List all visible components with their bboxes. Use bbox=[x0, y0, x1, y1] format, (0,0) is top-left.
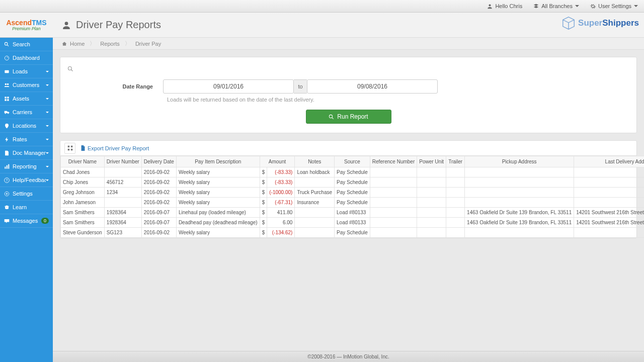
sidebar-item-customers[interactable]: Customers bbox=[0, 78, 53, 92]
branches-label: All Branches bbox=[541, 3, 573, 9]
table-cell: 1234 bbox=[104, 188, 141, 198]
table-cell bbox=[104, 198, 141, 208]
table-cell bbox=[295, 228, 335, 238]
col-header[interactable]: Reference Number bbox=[370, 156, 417, 167]
sidebar-item-dashboard[interactable]: Dashboard bbox=[0, 51, 53, 65]
table-row[interactable]: Chip Jones4567122016-09-02Weekly salary$… bbox=[61, 177, 645, 188]
table-cell: SG123 bbox=[104, 228, 141, 238]
table-cell bbox=[417, 218, 446, 228]
sidebar-item-carriers[interactable]: Carriers bbox=[0, 106, 53, 119]
sidebar-item-messages[interactable]: Messages0 bbox=[0, 214, 53, 228]
sidebar-item-reporting[interactable]: Reporting bbox=[0, 160, 53, 173]
table-row[interactable]: Sam Smithers19283642016-09-07Linehaul pa… bbox=[61, 208, 645, 218]
table-cell: John Jameson bbox=[61, 198, 105, 208]
sidebar-item-help-feedback[interactable]: ?Help/Feedback bbox=[0, 173, 53, 187]
footer: ©2008-2016 — InMotion Global, Inc. bbox=[53, 351, 644, 362]
table-cell: Weekly salary bbox=[176, 167, 260, 177]
table-cell: 1928364 bbox=[104, 218, 141, 228]
svg-rect-26 bbox=[70, 149, 72, 150]
table-cell: $ bbox=[260, 228, 267, 238]
col-header[interactable]: Driver Number bbox=[104, 156, 141, 167]
sidebar-item-locations[interactable]: Locations bbox=[0, 119, 53, 133]
sidebar-item-label: Doc Management bbox=[13, 150, 46, 156]
chevron-down-icon bbox=[46, 139, 49, 140]
crumb-home[interactable]: Home bbox=[70, 41, 85, 47]
svg-rect-9 bbox=[5, 99, 6, 101]
col-header[interactable]: Driver Name bbox=[61, 156, 105, 167]
sidebar-item-settings[interactable]: Settings bbox=[0, 187, 53, 201]
table-cell bbox=[417, 188, 446, 198]
export-link[interactable]: Export Driver Pay Report bbox=[80, 145, 149, 151]
table-cell: Weekly salary bbox=[176, 198, 260, 208]
table-cell bbox=[370, 177, 417, 188]
sidebar-item-label: Messages bbox=[13, 218, 41, 224]
sidebar-item-label: Settings bbox=[13, 191, 49, 197]
bolt-icon bbox=[4, 137, 10, 142]
sidebar-item-search[interactable]: Search bbox=[0, 38, 53, 51]
gear-icon bbox=[4, 191, 10, 197]
svg-point-19 bbox=[68, 67, 72, 70]
table-row[interactable]: Greg Johnson12342016-09-02Weekly salary$… bbox=[61, 188, 645, 198]
crumb-reports[interactable]: Reports bbox=[100, 41, 120, 47]
table-cell bbox=[417, 198, 446, 208]
chevron-down-icon bbox=[46, 71, 49, 72]
col-header[interactable]: Power Unit bbox=[417, 156, 446, 167]
date-from-input[interactable] bbox=[163, 79, 294, 94]
col-header[interactable]: Source bbox=[335, 156, 370, 167]
table-row[interactable]: Steve GundersonSG1232016-09-02Weekly sal… bbox=[61, 228, 645, 238]
svg-rect-24 bbox=[70, 146, 72, 147]
table-cell: $ bbox=[260, 208, 267, 218]
table-cell: 456712 bbox=[104, 177, 141, 188]
svg-line-22 bbox=[332, 117, 334, 119]
table-cell bbox=[574, 188, 644, 198]
logo-text-2: TMS bbox=[32, 19, 47, 27]
table-cell bbox=[446, 167, 465, 177]
table-cell: (-134.62) bbox=[267, 228, 295, 238]
table-cell: Linehaul pay (loaded mileage) bbox=[176, 208, 260, 218]
sidebar-item-learn[interactable]: Learn bbox=[0, 201, 53, 214]
table-cell: Weekly salary bbox=[176, 228, 260, 238]
col-header[interactable]: Amount bbox=[260, 156, 295, 167]
table-cell bbox=[417, 177, 446, 188]
sidebar-item-loads[interactable]: Loads bbox=[0, 65, 53, 78]
sidebar: AscendTMS Premium Plan SearchDashboardLo… bbox=[0, 13, 53, 362]
table-cell bbox=[295, 208, 335, 218]
col-header[interactable]: Pay Item Description bbox=[176, 156, 260, 167]
settings-menu[interactable]: User Settings bbox=[590, 3, 638, 9]
sidebar-item-label: Carriers bbox=[13, 109, 46, 115]
columns-button[interactable] bbox=[64, 143, 75, 154]
search-icon[interactable] bbox=[67, 66, 73, 72]
table-cell: $ bbox=[260, 218, 267, 228]
col-header[interactable]: Last Delivery Address bbox=[574, 156, 644, 167]
sidebar-item-assets[interactable]: Assets bbox=[0, 92, 53, 106]
table-cell bbox=[446, 208, 465, 218]
table-row[interactable]: Sam Smithers19283642016-09-07Deadhead pa… bbox=[61, 218, 645, 228]
sidebar-item-doc-management[interactable]: Doc Management bbox=[0, 146, 53, 160]
table-row[interactable]: John Jameson2016-09-02Weekly salary$(-67… bbox=[61, 198, 645, 208]
col-header[interactable]: Delivery Date bbox=[141, 156, 176, 167]
chevron-down-icon bbox=[46, 98, 49, 100]
col-header[interactable]: Notes bbox=[295, 156, 335, 167]
table-cell bbox=[446, 198, 465, 208]
table-cell: 2016-09-02 bbox=[141, 188, 176, 198]
export-label: Export Driver Pay Report bbox=[88, 145, 149, 151]
svg-rect-10 bbox=[7, 99, 9, 101]
run-report-button[interactable]: Run Report bbox=[306, 110, 391, 124]
table-cell: $ bbox=[260, 167, 267, 177]
col-header[interactable]: Pickup Address bbox=[465, 156, 574, 167]
filter-hint: Loads will be returned based on the date… bbox=[167, 97, 629, 103]
date-to-input[interactable] bbox=[307, 79, 438, 94]
svg-point-12 bbox=[8, 113, 9, 114]
chevron-down-icon bbox=[46, 112, 49, 113]
table-cell: $ bbox=[260, 188, 267, 198]
table-cell: Sam Smithers bbox=[61, 208, 105, 218]
table-cell: Chip Jones bbox=[61, 177, 105, 188]
table-cell bbox=[370, 167, 417, 177]
table-row[interactable]: Chad Jones2016-09-02Weekly salary$(-83.3… bbox=[61, 167, 645, 177]
results-panel: Export Driver Pay Report Driver NameDriv… bbox=[60, 140, 637, 238]
sidebar-item-rates[interactable]: Rates bbox=[0, 133, 53, 146]
col-header[interactable]: Trailer bbox=[446, 156, 465, 167]
user-menu[interactable]: Hello Chris bbox=[487, 3, 522, 9]
branches-menu[interactable]: All Branches bbox=[533, 3, 579, 9]
table-cell: 1463 Oakfield Dr Suite 139 Brandon, FL 3… bbox=[465, 208, 574, 218]
